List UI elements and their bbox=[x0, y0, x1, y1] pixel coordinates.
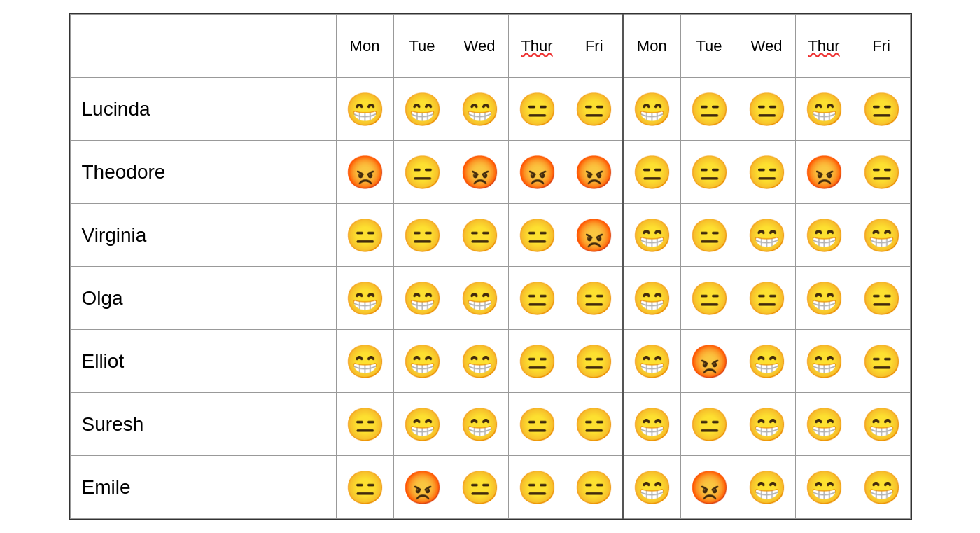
emoji-cell: 😑 bbox=[566, 78, 623, 141]
emoji-cell: 😑 bbox=[508, 456, 566, 519]
emoji-cell: 😑 bbox=[336, 204, 393, 267]
week2-fri-header: Fri bbox=[853, 15, 910, 78]
emoji-cell: 😁 bbox=[795, 78, 853, 141]
emoji-cell: 😑 bbox=[680, 204, 738, 267]
person-name-elliot: Elliot bbox=[70, 330, 336, 393]
emoji-cell: 😑 bbox=[853, 330, 910, 393]
emoji-cell: 😁 bbox=[795, 330, 853, 393]
emoji-cell: 😁 bbox=[336, 330, 393, 393]
emoji-cell: 😑 bbox=[566, 393, 623, 456]
emoji-cell: 😁 bbox=[795, 267, 853, 330]
emoji-cell: 😡 bbox=[393, 456, 451, 519]
emoji-cell: 😁 bbox=[738, 456, 795, 519]
person-name-emile: Emile bbox=[70, 456, 336, 519]
emoji-cell: 😁 bbox=[623, 267, 680, 330]
person-name-theodore: Theodore bbox=[70, 141, 336, 204]
emoji-cell: 😑 bbox=[680, 267, 738, 330]
emoji-cell: 😑 bbox=[623, 141, 680, 204]
week2-wed-header: Wed bbox=[738, 15, 795, 78]
emoji-cell: 😁 bbox=[853, 393, 910, 456]
emoji-cell: 😑 bbox=[680, 393, 738, 456]
emoji-cell: 😁 bbox=[795, 393, 853, 456]
emoji-cell: 😁 bbox=[853, 456, 910, 519]
emoji-cell: 😑 bbox=[393, 141, 451, 204]
emoji-cell: 😑 bbox=[738, 78, 795, 141]
emoji-cell: 😁 bbox=[623, 204, 680, 267]
person-name-virginia: Virginia bbox=[70, 204, 336, 267]
week1-thur-header: Thur bbox=[508, 15, 566, 78]
emoji-cell: 😑 bbox=[680, 141, 738, 204]
emoji-cell: 😑 bbox=[336, 393, 393, 456]
week1-mon-header: Mon bbox=[336, 15, 393, 78]
week1-wed-header: Wed bbox=[451, 15, 508, 78]
emoji-cell: 😁 bbox=[393, 330, 451, 393]
emoji-cell: 😑 bbox=[336, 456, 393, 519]
person-name-lucinda: Lucinda bbox=[70, 78, 336, 141]
emoji-cell: 😁 bbox=[623, 78, 680, 141]
emoji-cell: 😁 bbox=[738, 330, 795, 393]
emoji-cell: 😁 bbox=[336, 78, 393, 141]
emoji-cell: 😡 bbox=[795, 141, 853, 204]
sprint-title-header bbox=[70, 15, 336, 78]
week1-fri-header: Fri bbox=[566, 15, 623, 78]
person-name-suresh: Suresh bbox=[70, 393, 336, 456]
person-name-olga: Olga bbox=[70, 267, 336, 330]
emoji-cell: 😑 bbox=[738, 267, 795, 330]
emoji-cell: 😑 bbox=[451, 456, 508, 519]
emoji-cell: 😁 bbox=[623, 456, 680, 519]
emoji-cell: 😑 bbox=[680, 78, 738, 141]
emoji-cell: 😡 bbox=[451, 141, 508, 204]
emoji-cell: 😁 bbox=[623, 330, 680, 393]
emoji-cell: 😡 bbox=[566, 141, 623, 204]
sprint-table: Mon Tue Wed Thur Fri Mon Tue Wed Thur Fr… bbox=[69, 13, 912, 520]
emoji-cell: 😁 bbox=[795, 204, 853, 267]
emoji-cell: 😁 bbox=[451, 267, 508, 330]
emoji-cell: 😡 bbox=[680, 456, 738, 519]
emoji-cell: 😑 bbox=[508, 393, 566, 456]
emoji-cell: 😁 bbox=[853, 204, 910, 267]
emoji-cell: 😑 bbox=[508, 267, 566, 330]
emoji-cell: 😡 bbox=[508, 141, 566, 204]
emoji-cell: 😑 bbox=[566, 267, 623, 330]
emoji-cell: 😑 bbox=[508, 204, 566, 267]
emoji-cell: 😑 bbox=[508, 330, 566, 393]
emoji-cell: 😁 bbox=[623, 393, 680, 456]
emoji-cell: 😑 bbox=[566, 456, 623, 519]
emoji-cell: 😑 bbox=[451, 204, 508, 267]
emoji-cell: 😑 bbox=[853, 141, 910, 204]
emoji-cell: 😡 bbox=[336, 141, 393, 204]
emoji-cell: 😑 bbox=[853, 78, 910, 141]
emoji-cell: 😑 bbox=[566, 330, 623, 393]
emoji-cell: 😁 bbox=[393, 78, 451, 141]
emoji-cell: 😁 bbox=[451, 330, 508, 393]
emoji-cell: 😑 bbox=[393, 204, 451, 267]
emoji-cell: 😡 bbox=[566, 204, 623, 267]
emoji-cell: 😡 bbox=[680, 330, 738, 393]
emoji-cell: 😁 bbox=[393, 267, 451, 330]
emoji-cell: 😁 bbox=[336, 267, 393, 330]
week2-thur-header: Thur bbox=[795, 15, 853, 78]
emoji-cell: 😁 bbox=[393, 393, 451, 456]
emoji-cell: 😑 bbox=[508, 78, 566, 141]
emoji-cell: 😑 bbox=[853, 267, 910, 330]
emoji-cell: 😑 bbox=[738, 141, 795, 204]
week2-tue-header: Tue bbox=[680, 15, 738, 78]
emoji-cell: 😁 bbox=[451, 78, 508, 141]
week1-tue-header: Tue bbox=[393, 15, 451, 78]
week2-mon-header: Mon bbox=[623, 15, 680, 78]
emoji-cell: 😁 bbox=[795, 456, 853, 519]
emoji-cell: 😁 bbox=[738, 204, 795, 267]
emoji-cell: 😁 bbox=[451, 393, 508, 456]
emoji-cell: 😁 bbox=[738, 393, 795, 456]
